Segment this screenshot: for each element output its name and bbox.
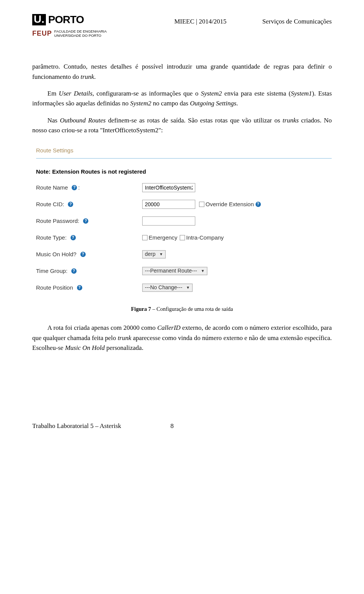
label-music-on-hold: Music On Hold? ? <box>36 250 142 259</box>
emergency-checkbox[interactable]: Emergency <box>142 233 177 242</box>
header-center: MIEEC | 2014/2015 <box>174 17 227 27</box>
row-route-type: Route Type: ? Emergency Intra-Company <box>36 233 332 243</box>
chevron-down-icon: ▼ <box>186 285 190 291</box>
checkbox-icon <box>142 235 147 240</box>
logo-u-box: U. <box>32 14 46 25</box>
row-music-on-hold: Music On Hold? ? derp ▼ <box>36 249 332 259</box>
label-route-cid-text: Route CID: <box>36 200 64 208</box>
footer-left: Trabalho Laboratorial 5 – Asterisk <box>32 421 121 431</box>
p3-c: definem-se as rotas de saída. São estas … <box>106 117 283 124</box>
time-group-value: ---Permanent Route--- <box>145 267 197 275</box>
help-icon[interactable]: ? <box>71 268 77 274</box>
logo-block: U. PORTO FEUP FACULDADE DE ENGENHARIA UN… <box>32 11 123 39</box>
help-icon[interactable]: ? <box>83 218 88 224</box>
row-route-position: Route Position ? ---No Change--- ▼ <box>36 283 332 293</box>
document-header: U. PORTO FEUP FACULDADE DE ENGENHARIA UN… <box>32 11 332 39</box>
label-route-position: Route Position ? <box>36 283 142 292</box>
help-icon[interactable]: ? <box>256 202 261 207</box>
route-password-input[interactable] <box>142 216 195 226</box>
p2-k: . <box>236 100 238 107</box>
label-route-name-text: Route Name <box>36 183 68 192</box>
p4-d: trunk <box>118 334 131 342</box>
override-extension-checkbox[interactable]: Override Extension ? <box>199 200 261 208</box>
p2-b: User Details <box>59 90 93 97</box>
header-right: Serviços de Comunicações <box>262 17 332 27</box>
label-route-cid: Route CID: ? <box>36 200 142 208</box>
route-settings-screenshot: Route Settings Note: Extension Routes is… <box>32 146 332 293</box>
p2-c: , configuraram-se as informações que o <box>93 90 201 97</box>
label-time-group-text: Time Group: <box>36 266 67 275</box>
music-on-hold-select[interactable]: derp ▼ <box>142 250 166 259</box>
p1-c: . <box>94 73 96 80</box>
feup-text: FEUP <box>32 28 52 39</box>
route-position-value: ---No Change--- <box>145 284 182 292</box>
emergency-label: Emergency <box>149 233 177 242</box>
label-route-name: Route Name ?: <box>36 183 142 192</box>
p3-b: Outbound Routes <box>60 117 106 124</box>
help-icon[interactable]: ? <box>71 235 76 240</box>
music-on-hold-value: derp <box>145 250 155 259</box>
time-group-select[interactable]: ---Permanent Route--- ▼ <box>142 267 207 275</box>
feup-sub: FACULDADE DE ENGENHARIA UNIVERSIDADE DO … <box>54 30 107 38</box>
section-divider <box>36 158 332 159</box>
paragraph-4: A rota foi criada apenas com 20000 como … <box>32 323 332 353</box>
help-icon[interactable]: ? <box>72 185 77 190</box>
help-icon[interactable]: ? <box>77 285 82 290</box>
caption-bold: Figura 7 <box>131 306 151 312</box>
page-number: 8 <box>171 421 174 431</box>
intra-company-checkbox[interactable]: Intra-Company <box>180 233 224 242</box>
p4-g: personalizada. <box>105 344 143 351</box>
row-route-cid: Route CID: ? Override Extension ? <box>36 199 332 209</box>
label-route-type: Route Type: ? <box>36 233 142 242</box>
p2-j: Outgoing Settings <box>190 100 236 107</box>
help-icon[interactable]: ? <box>80 252 86 257</box>
route-cid-input[interactable] <box>142 200 195 209</box>
p2-a: Em <box>47 90 59 97</box>
paragraph-3: Nas Outbound Routes definem-se as rotas … <box>32 116 332 136</box>
label-route-position-text: Route Position <box>36 283 73 292</box>
row-route-name: Route Name ?: <box>36 183 332 193</box>
label-colon: : <box>78 183 80 192</box>
route-name-input[interactable] <box>142 183 195 192</box>
override-extension-label: Override Extension <box>206 200 254 208</box>
help-icon[interactable]: ? <box>68 202 73 207</box>
p1-b: trunk <box>80 73 94 80</box>
p2-d: System2 <box>201 90 222 97</box>
logo-porto: PORTO <box>48 11 84 28</box>
caption-rest: – Configuração de uma rota de saída <box>151 306 233 312</box>
p4-f: Music On Hold <box>65 344 105 351</box>
feup-sub-2: UNIVERSIDADE DO PORTO <box>54 33 101 38</box>
p4-a: A rota foi criada apenas com 20000 como <box>47 324 157 331</box>
p3-a: Nas <box>47 117 60 124</box>
p2-f: System1 <box>291 90 312 97</box>
checkbox-icon <box>199 202 204 207</box>
chevron-down-icon: ▼ <box>159 251 163 257</box>
p2-i: no campo das <box>151 100 190 107</box>
label-music-on-hold-text: Music On Hold? <box>36 250 77 259</box>
feup-line: FEUP FACULDADE DE ENGENHARIA UNIVERSIDAD… <box>32 28 123 39</box>
label-time-group: Time Group: ? <box>36 266 142 275</box>
label-route-password: Route Password: ? <box>36 216 142 225</box>
checkbox-icon <box>180 235 185 240</box>
row-route-password: Route Password: ? <box>36 216 332 226</box>
p3-d: trunks <box>282 117 299 124</box>
feup-sub-1: FACULDADE DE ENGENHARIA <box>54 29 107 33</box>
figure-caption: Figura 7 – Configuração de uma rota de s… <box>32 305 332 313</box>
section-title: Route Settings <box>36 146 332 155</box>
p4-b: CallerID <box>157 324 180 331</box>
label-route-type-text: Route Type: <box>36 233 67 242</box>
label-route-password-text: Route Password: <box>36 216 79 225</box>
p2-h: System2 <box>130 100 151 107</box>
intra-company-label: Intra-Company <box>186 233 224 242</box>
paragraph-1: parâmetro. Contudo, nestes detalhes é po… <box>32 62 332 82</box>
uporto-logo: U. PORTO <box>32 11 123 28</box>
p1-a: parâmetro. Contudo, nestes detalhes é po… <box>32 63 332 80</box>
chevron-down-icon: ▼ <box>201 268 205 274</box>
row-time-group: Time Group: ? ---Permanent Route--- ▼ <box>36 266 332 276</box>
page-footer: Trabalho Laboratorial 5 – Asterisk 8 <box>32 421 332 431</box>
p2-e: envia para este sistema ( <box>222 90 291 97</box>
note-extension-routes: Note: Extension Routes is not registered <box>36 167 332 176</box>
route-position-select[interactable]: ---No Change--- ▼ <box>142 284 193 292</box>
paragraph-2: Em User Details, configuraram-se as info… <box>32 89 332 109</box>
